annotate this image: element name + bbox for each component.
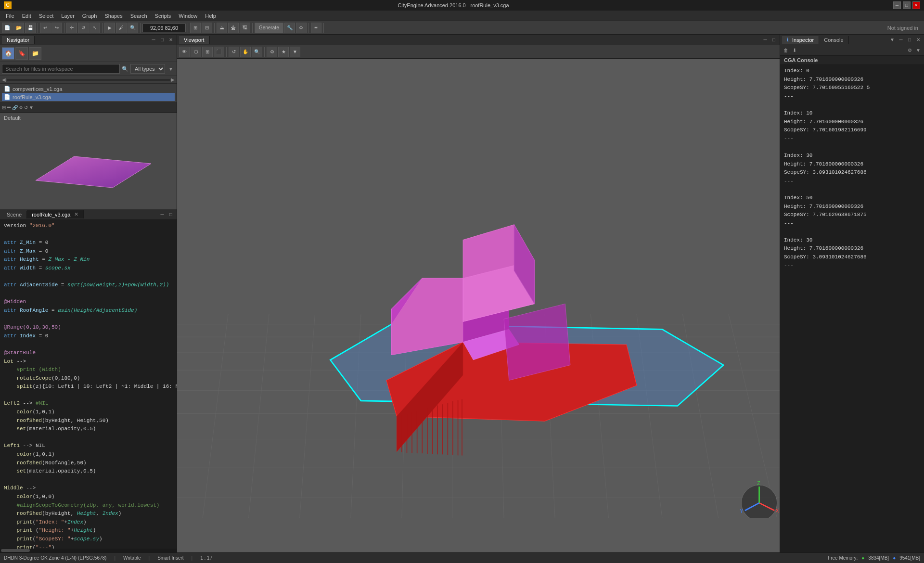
vp-zoomin-button[interactable]: 🔍 [252,47,262,57]
settings-small-button[interactable]: ⚙ [19,105,23,110]
console-line-2: ScopeSY: 7.70160055160522 5 [784,84,920,92]
editor-max-button[interactable]: □ [167,211,175,218]
vp-orbit-button[interactable]: ↺ [229,47,239,57]
vp-settings-button[interactable]: ⚙ [267,47,277,57]
right-panel-options-button[interactable]: ▼ [888,36,896,44]
console-line-7: ScopeSY: 7.701601982116699 [784,126,920,135]
inspector-tab[interactable]: ℹ Inspector [782,36,819,44]
type-filter-select[interactable]: All types [130,64,165,74]
navigator-max-button[interactable]: □ [158,36,166,44]
list-view-button[interactable]: ☰ [7,105,11,110]
navigator-tab[interactable]: Navigator [2,36,35,44]
viewport-max-button[interactable]: □ [770,36,778,44]
console-line-14 [784,185,920,194]
right-panel-close-button[interactable]: ✕ [914,36,922,44]
viewport-min-button[interactable]: ─ [761,36,769,44]
menu-select[interactable]: Select [35,12,58,20]
editor-hscrollbar[interactable] [0,549,177,552]
code-line-29: print("ScopeSY: "+scope.sy) [4,535,173,544]
paintselect-button[interactable]: 🖌 [116,23,127,33]
new-button[interactable]: 📄 [2,23,13,33]
vp-pan-button[interactable]: ✋ [240,47,251,57]
terrain-button[interactable]: ⛰ [217,23,227,33]
menu-edit[interactable]: Edit [18,12,35,20]
menu-file[interactable]: File [2,12,18,20]
navigator-min-button[interactable]: ─ [150,36,157,44]
tab-scene[interactable]: Scene [2,211,27,218]
menu-shapes[interactable]: Shapes [101,12,126,20]
select-button[interactable]: ▶ [104,23,115,33]
more-button[interactable]: ▼ [29,105,34,110]
generate-button[interactable]: Generate [255,23,283,33]
close-button[interactable]: ✕ [912,1,920,9]
app-title: CityEngine Advanced 2016.0 - roofRule_v3… [398,2,509,8]
vp-perspective-button[interactable]: ⬡ [191,47,201,57]
grid-view-button[interactable]: ⊞ [2,105,6,110]
console-line-9 [784,143,920,152]
tree-item-roofrule[interactable]: 📄 roofRule_v3.cga [2,93,175,101]
vp-sep2 [264,47,265,57]
search-input[interactable] [2,64,120,74]
restore-button[interactable]: □ [903,1,911,9]
navigator-close-button[interactable]: ✕ [167,36,175,44]
file-name: compvertices_v1.cga [13,86,62,92]
menu-scripts[interactable]: Scripts [151,12,175,20]
tab-roofrule-label: roofRule_v3.cga [32,212,70,218]
console-options-button[interactable]: ▼ [914,47,922,54]
settings-button[interactable]: ⚙ [296,23,307,33]
nav-folder-button[interactable]: 📁 [29,47,41,60]
open-button[interactable]: 📂 [13,23,24,33]
console-clear-button[interactable]: 🗑 [782,47,790,54]
save-button[interactable]: 💾 [25,23,36,33]
menu-help[interactable]: Help [201,12,220,20]
minimize-button[interactable]: ─ [893,1,901,9]
scale-button[interactable]: ⤡ [90,23,100,33]
console-tab[interactable]: Console [819,36,848,44]
window-controls[interactable]: ─ □ ✕ [893,1,920,9]
viewport-tab[interactable]: Viewport [179,36,210,44]
tab-close-icon[interactable]: ✕ [74,211,78,218]
console-line-13: --- [784,177,920,186]
filter-button[interactable]: ▼ [167,65,175,73]
vp-options-button[interactable]: ▼ [290,47,300,57]
sun-button[interactable]: ☀ [311,23,321,33]
rotate-button[interactable]: ↺ [78,23,89,33]
viewport-canvas[interactable]: X Z Y [177,59,780,552]
undo-button[interactable]: ↩ [40,23,51,33]
align-button[interactable]: ⊟ [202,23,212,33]
zoom-button[interactable]: 🔍 [128,23,138,33]
nav-home-button[interactable]: 🏠 [2,47,14,60]
console-scroll-button[interactable]: ⬇ [791,47,798,54]
vp-solid-button[interactable]: ⬛ [214,47,224,57]
snap-button[interactable]: ⊞ [190,23,201,33]
code-line-28: print ("Height: "+Height) [4,526,173,535]
link-button[interactable]: 🔗 [12,105,18,110]
console-line-23: --- [784,262,920,270]
code-line-6: @Hidden [4,298,173,307]
build-button[interactable]: 🏗 [240,23,250,33]
vp-view-button[interactable]: 👁 [179,47,190,57]
right-panel-max-button[interactable]: □ [906,36,913,44]
console-output[interactable]: Index: 0 Height: 7.701600000000326 Scope… [780,65,924,552]
vp-star-button[interactable]: ★ [278,47,289,57]
nav-bookmark-button[interactable]: 🔖 [15,47,28,60]
editor-content[interactable]: version "2016.0" attr Z_Min = 0 attr Z_M… [0,220,177,549]
road-button[interactable]: 🛣 [228,23,239,33]
code-line-12: #print (Width) [4,366,173,374]
tree-item-compvertices[interactable]: 📄 compvertices_v1.cga [2,85,175,93]
refresh-button[interactable]: ↺ [24,105,28,110]
menu-layer[interactable]: Layer [57,12,78,20]
navigator-panel: Navigator ─ □ ✕ 🏠 🔖 📁 🔍 All types [0,35,177,113]
move-button[interactable]: ✛ [66,23,77,33]
redo-button[interactable]: ↪ [51,23,62,33]
editor-min-button[interactable]: ─ [158,211,166,218]
user-status: Not signed in [887,25,922,31]
cleanup-button[interactable]: 🔧 [284,23,295,33]
tab-roofrule[interactable]: roofRule_v3.cga ✕ [27,210,84,218]
menu-search[interactable]: Search [127,12,151,20]
vp-wireframe-button[interactable]: ⊞ [202,47,213,57]
menu-window[interactable]: Window [175,12,201,20]
console-settings-button[interactable]: ⚙ [906,47,913,54]
menu-graph[interactable]: Graph [78,12,101,20]
right-panel-min-button[interactable]: ─ [897,36,905,44]
